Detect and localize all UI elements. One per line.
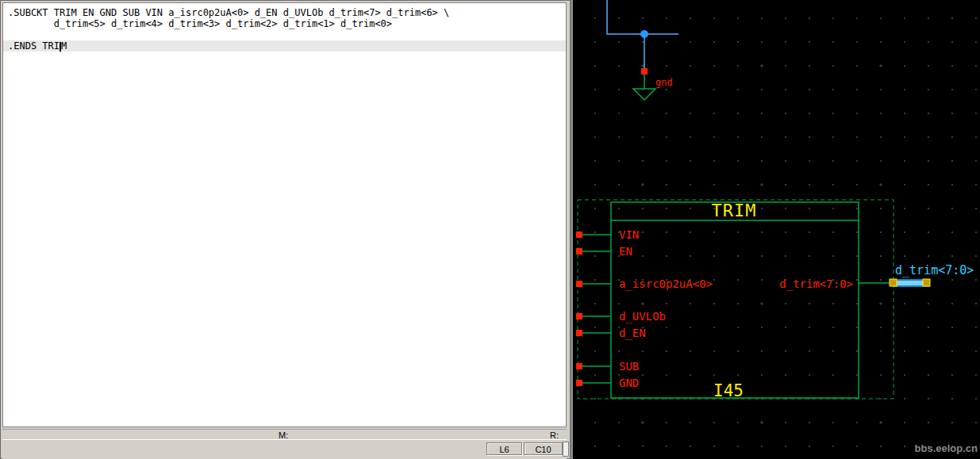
right-pin-label[interactable]: d_trim<7:0> bbox=[779, 277, 853, 291]
pin-gnd[interactable]: GND bbox=[576, 377, 639, 389]
pin-a-isrc0p2ua[interactable]: a_isrc0p2uA<0> bbox=[576, 277, 713, 291]
bus-net-label[interactable]: d_trim<7:0> bbox=[895, 263, 974, 277]
pin-square[interactable] bbox=[576, 313, 582, 319]
pin-square[interactable] bbox=[576, 231, 582, 238]
pin-square[interactable] bbox=[576, 248, 582, 254]
netlist-line-1-text: .SUBCKT TRIM EN GND SUB VIN a_isrc0p2uA<… bbox=[8, 7, 449, 18]
netlist-line-4-text-after: M bbox=[61, 40, 67, 52]
symbol-title[interactable]: TRIM bbox=[712, 201, 757, 220]
netlist-line-4-text-before: .ENDS TRI bbox=[8, 40, 60, 52]
scrollbar-thumb[interactable] bbox=[563, 442, 569, 457]
netlist-line-2: d_trim<5> d_trim<4> d_trim<3> d_trim<2> … bbox=[8, 18, 566, 29]
gnd-pin-square[interactable] bbox=[641, 68, 648, 75]
pin-vin[interactable]: VIN bbox=[576, 228, 639, 241]
editor-status-bar: M: R: bbox=[2, 429, 567, 440]
pin-label: VIN bbox=[619, 228, 639, 241]
pin-square[interactable] bbox=[576, 363, 582, 369]
pin-label: GND bbox=[619, 377, 639, 389]
netlist-editor-window: .SUBCKT TRIM EN GND SUB VIN a_isrc0p2uA<… bbox=[0, 0, 571, 459]
netlist-text-area[interactable]: .SUBCKT TRIM EN GND SUB VIN a_isrc0p2uA<… bbox=[2, 2, 567, 427]
pin-square[interactable] bbox=[576, 281, 582, 287]
pin-label: d_EN bbox=[619, 327, 646, 340]
schematic-canvas[interactable]: gnd TRIM VIN EN a_isrc0p2uA<0> bbox=[573, 0, 980, 459]
netlist-current-line: .ENDS TRIM bbox=[3, 40, 566, 52]
netlist-line-1: .SUBCKT TRIM EN GND SUB VIN a_isrc0p2uA<… bbox=[8, 7, 566, 18]
pin-en[interactable]: EN bbox=[576, 245, 632, 258]
netlist-line-3 bbox=[8, 29, 566, 40]
instance-label[interactable]: I45 bbox=[713, 381, 744, 400]
pin-label: d_UVLOb bbox=[619, 310, 666, 323]
pin-d-uvlob[interactable]: d_UVLOb bbox=[576, 310, 666, 323]
bus-wire-selected[interactable] bbox=[890, 279, 930, 287]
solder-dot-icon bbox=[640, 30, 648, 38]
gnd-net-label[interactable]: gnd bbox=[655, 77, 673, 88]
bus-endpoint-handle[interactable] bbox=[890, 279, 897, 286]
pin-label: EN bbox=[619, 245, 632, 258]
line-number-indicator: L6 bbox=[486, 442, 522, 455]
pin-square[interactable] bbox=[576, 330, 582, 336]
netlist-line-2-text: d_trim<5> d_trim<4> d_trim<3> d_trim<2> … bbox=[8, 18, 392, 29]
pin-sub[interactable]: SUB bbox=[576, 360, 639, 373]
pin-label: a_isrc0p2uA<0> bbox=[619, 277, 713, 291]
ground-symbol-icon[interactable] bbox=[633, 75, 655, 100]
bus-endpoint-handle[interactable] bbox=[923, 279, 930, 286]
schematic-drawing: gnd TRIM VIN EN a_isrc0p2uA<0> bbox=[573, 0, 980, 459]
watermark: bbs.eelop.cn bbox=[915, 442, 978, 454]
editor-position-bar: L6 C10 bbox=[2, 439, 567, 459]
pin-label: SUB bbox=[619, 360, 639, 373]
pin-square[interactable] bbox=[576, 380, 582, 386]
gnd-wire[interactable] bbox=[607, 0, 678, 75]
column-number-indicator: C10 bbox=[524, 442, 563, 455]
trim-symbol-body[interactable] bbox=[611, 202, 859, 398]
